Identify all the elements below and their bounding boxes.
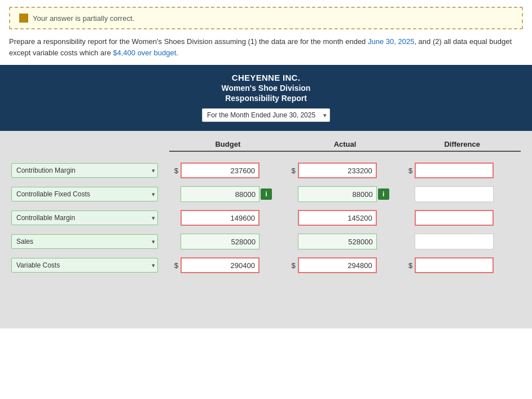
budget-input-sales[interactable] — [181, 234, 260, 249]
budget-input-variable-costs[interactable] — [181, 257, 260, 273]
instruction-content: Prepare a responsibility report for the … — [9, 37, 512, 57]
budget-sign-contribution-margin: $ — [173, 166, 178, 175]
row-contribution-margin: Contribution Margin $ $ $ — [0, 159, 532, 182]
actual-input-variable-costs[interactable] — [298, 257, 377, 273]
date-select-wrapper[interactable]: For the Month Ended June 30, 2025 — [202, 108, 330, 122]
row-controllable-margin: Controllable Margin — [0, 206, 532, 230]
alert-banner: Your answer is partially correct. — [9, 7, 523, 29]
diff-input-contribution-margin[interactable] — [415, 163, 494, 178]
svg-rect-0 — [21, 17, 27, 19]
actual-column-header: Actual — [287, 140, 404, 152]
date-select[interactable]: For the Month Ended June 30, 2025 — [202, 108, 330, 122]
info-button-budget-cfc[interactable]: i — [261, 188, 272, 200]
row-controllable-fixed-costs: Controllable Fixed Costs i i — [0, 182, 532, 206]
actual-input-sales[interactable] — [298, 234, 377, 249]
info-button-actual-cfc[interactable]: i — [378, 188, 389, 200]
alert-text: Your answer is partially correct. — [33, 14, 134, 23]
actual-input-controllable-margin[interactable] — [298, 210, 377, 226]
diff-input-variable-costs[interactable] — [415, 257, 494, 273]
diff-input-sales[interactable] — [415, 234, 494, 249]
actual-sign-contribution-margin: $ — [290, 166, 296, 175]
actual-input-contribution-margin[interactable] — [298, 163, 377, 178]
label-select-contribution-margin[interactable]: Contribution Margin — [11, 163, 158, 178]
actual-input-controllable-fixed-costs[interactable] — [298, 186, 377, 202]
row-sales: Sales — [0, 230, 532, 253]
column-headers: Budget Actual Difference — [0, 140, 532, 156]
diff-sign-contribution-margin: $ — [407, 166, 412, 175]
budget-input-controllable-fixed-costs[interactable] — [181, 186, 260, 202]
budget-column-header: Budget — [169, 140, 287, 152]
company-name: CHEYENNE INC. — [232, 73, 300, 82]
report-title: Responsibility Report — [225, 94, 307, 103]
instruction-text: Prepare a responsibility report for the … — [9, 36, 523, 58]
budget-sign-vc: $ — [173, 261, 178, 270]
row-variable-costs: Variable Costs $ $ $ — [0, 253, 532, 277]
minus-icon — [19, 14, 28, 23]
division-name: Women's Shoe Division — [222, 84, 311, 93]
diff-sign-vc: $ — [407, 261, 412, 270]
diff-input-controllable-fixed-costs[interactable] — [415, 186, 494, 202]
budget-input-controllable-margin[interactable] — [181, 210, 260, 226]
budget-input-contribution-margin[interactable] — [181, 163, 260, 178]
label-select-controllable-margin[interactable]: Controllable Margin — [11, 211, 158, 225]
actual-sign-vc: $ — [290, 261, 296, 270]
label-select-sales[interactable]: Sales — [11, 234, 158, 249]
diff-column-header: Difference — [403, 140, 521, 152]
label-select-controllable-fixed-costs[interactable]: Controllable Fixed Costs — [11, 187, 158, 201]
diff-input-controllable-margin[interactable] — [415, 210, 494, 226]
report-container: CHEYENNE INC. Women's Shoe Division Resp… — [0, 65, 532, 328]
report-body: Budget Actual Difference Contribution Ma… — [0, 131, 532, 328]
report-header: CHEYENNE INC. Women's Shoe Division Resp… — [0, 65, 532, 131]
label-select-variable-costs[interactable]: Variable Costs — [11, 258, 158, 273]
